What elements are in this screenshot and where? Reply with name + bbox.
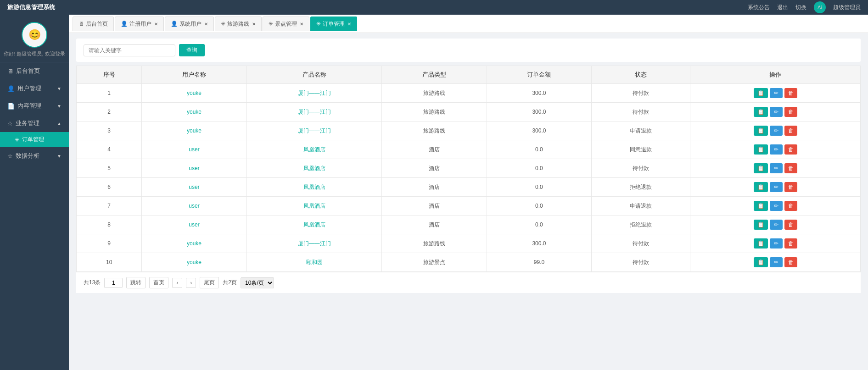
cell-type: 酒店 (382, 215, 487, 234)
dashboard-icon: 🖥 (7, 68, 13, 75)
sidebar-item-user-mgmt[interactable]: 👤 用户管理 ▼ (0, 80, 69, 97)
table-row: 5 user 凤凰酒店 酒店 0.0 待付款 📋 ✏ 🗑 (77, 159, 861, 178)
sidebar-item-biz-mgmt[interactable]: ☆ 业务管理 ▲ (0, 115, 69, 132)
edit-button[interactable]: ✏ (770, 88, 783, 98)
delete-button[interactable]: 🗑 (784, 107, 797, 117)
cell-amount: 0.0 (487, 197, 591, 215)
search-input[interactable] (84, 44, 175, 56)
cell-product[interactable]: 厦门——江门 (246, 121, 382, 140)
table-row: 6 user 凤凰酒店 酒店 0.0 拒绝退款 📋 ✏ 🗑 (77, 178, 861, 197)
biz-mgmt-arrow: ▲ (57, 121, 62, 126)
notice-link[interactable]: 系统公告 (748, 4, 770, 11)
cell-product[interactable]: 厦门——江门 (246, 84, 382, 103)
cell-product[interactable]: 厦门——江门 (246, 103, 382, 121)
cell-product[interactable]: 厦门——江门 (246, 234, 382, 253)
tab-sys-user[interactable]: 👤 系统用户 ✕ (165, 17, 214, 31)
last-page-button[interactable]: 尾页 (200, 277, 219, 288)
cell-id: 9 (77, 234, 142, 253)
edit-button[interactable]: ✏ (770, 182, 783, 192)
detail-button[interactable]: 📋 (754, 201, 768, 211)
tab-scenic-spot-close[interactable]: ✕ (300, 22, 303, 27)
tab-register-user-label: 注册用户 (129, 20, 151, 28)
sidebar-item-order-mgmt[interactable]: ✳ 订单管理 (0, 132, 69, 147)
sidebar-item-content-mgmt[interactable]: 📄 内容管理 ▼ (0, 97, 69, 115)
biz-mgmt-label: 业务管理 (16, 119, 39, 127)
delete-button[interactable]: 🗑 (784, 238, 797, 249)
cell-username: user (142, 159, 246, 178)
delete-button[interactable]: 🗑 (784, 201, 797, 211)
cell-product[interactable]: 颐和园 (246, 253, 382, 272)
page-number-input[interactable] (104, 278, 123, 288)
delete-button[interactable]: 🗑 (784, 257, 797, 267)
detail-button[interactable]: 📋 (754, 182, 768, 192)
sidebar-item-dashboard[interactable]: 🖥 后台首页 (0, 62, 69, 80)
orders-table: 序号 用户名称 产品名称 产品类型 订单金额 状态 操作 1 youke 厦门—… (76, 66, 861, 272)
edit-button[interactable]: ✏ (770, 220, 783, 230)
cell-product[interactable]: 凤凰酒店 (246, 178, 382, 197)
detail-button[interactable]: 📋 (754, 144, 768, 155)
table-row: 9 youke 厦门——江门 旅游路线 300.0 待付款 📋 ✏ 🗑 (77, 234, 861, 253)
detail-button[interactable]: 📋 (754, 107, 768, 117)
first-page-button[interactable]: 首页 (149, 277, 168, 288)
tab-travel-route-close[interactable]: ✕ (252, 22, 256, 27)
table-body: 1 youke 厦门——江门 旅游路线 300.0 待付款 📋 ✏ 🗑 2 yo… (77, 84, 861, 272)
avatar[interactable]: Ai (814, 1, 826, 13)
tab-order-mgmt[interactable]: ✳ 订单管理 ✕ (310, 17, 357, 31)
edit-button[interactable]: ✏ (770, 163, 783, 173)
tab-register-user-close[interactable]: ✕ (154, 22, 158, 27)
detail-button[interactable]: 📋 (754, 257, 768, 267)
col-action: 操作 (690, 66, 861, 84)
cell-product[interactable]: 凤凰酒店 (246, 197, 382, 215)
cell-product[interactable]: 凤凰酒店 (246, 140, 382, 159)
tab-home-icon: 🖥 (78, 21, 84, 27)
tab-register-user[interactable]: 👤 注册用户 ✕ (115, 17, 164, 31)
sidebar-item-data-analysis[interactable]: ☆ 数据分析 ▼ (0, 147, 69, 165)
detail-button[interactable]: 📋 (754, 238, 768, 249)
data-analysis-icon: ☆ (7, 153, 13, 160)
table-row: 7 user 凤凰酒店 酒店 0.0 申请退款 📋 ✏ 🗑 (77, 197, 861, 215)
content-mgmt-icon: 📄 (7, 103, 15, 110)
delete-button[interactable]: 🗑 (784, 220, 797, 230)
next-page-button[interactable]: › (186, 278, 196, 288)
delete-button[interactable]: 🗑 (784, 182, 797, 192)
logout-link[interactable]: 退出 (777, 4, 788, 11)
delete-button[interactable]: 🗑 (784, 144, 797, 155)
biz-mgmt-icon: ☆ (7, 120, 13, 127)
cell-id: 7 (77, 197, 142, 215)
cell-status: 待付款 (592, 253, 690, 272)
edit-button[interactable]: ✏ (770, 126, 783, 136)
tab-order-mgmt-close[interactable]: ✕ (347, 22, 351, 27)
cell-actions: 📋 ✏ 🗑 (690, 197, 861, 215)
cell-product[interactable]: 凤凰酒店 (246, 159, 382, 178)
edit-button[interactable]: ✏ (770, 144, 783, 155)
cell-amount: 0.0 (487, 178, 591, 197)
edit-button[interactable]: ✏ (770, 201, 783, 211)
layout: 😊 你好! 超级管理员, 欢迎登录 🖥 后台首页 👤 用户管理 ▼ 📄 (0, 15, 868, 370)
tab-home[interactable]: 🖥 后台首页 (73, 17, 114, 31)
delete-button[interactable]: 🗑 (784, 163, 797, 173)
cell-status: 待付款 (592, 159, 690, 178)
switch-link[interactable]: 切换 (795, 4, 806, 11)
search-button[interactable]: 查询 (179, 44, 205, 56)
tab-scenic-spot[interactable]: ✳ 景点管理 ✕ (263, 17, 309, 31)
detail-button[interactable]: 📋 (754, 163, 768, 173)
tab-travel-route[interactable]: ✳ 旅游路线 ✕ (215, 17, 262, 31)
jump-button[interactable]: 跳转 (126, 277, 146, 288)
delete-button[interactable]: 🗑 (784, 88, 797, 98)
cell-product[interactable]: 凤凰酒店 (246, 215, 382, 234)
detail-button[interactable]: 📋 (754, 220, 768, 230)
detail-button[interactable]: 📋 (754, 88, 768, 98)
avatar-image: 😊 (23, 23, 46, 46)
search-bar: 查询 (76, 39, 861, 62)
page-size-select[interactable]: 10条/页 20条/页 50条/页 (241, 277, 274, 288)
cell-type: 旅游路线 (382, 234, 487, 253)
edit-button[interactable]: ✏ (770, 238, 783, 249)
delete-button[interactable]: 🗑 (784, 126, 797, 136)
cell-status: 申请退款 (592, 197, 690, 215)
cell-type: 旅游路线 (382, 121, 487, 140)
edit-button[interactable]: ✏ (770, 257, 783, 267)
edit-button[interactable]: ✏ (770, 107, 783, 117)
prev-page-button[interactable]: ‹ (172, 278, 182, 288)
tab-sys-user-close[interactable]: ✕ (204, 22, 208, 27)
detail-button[interactable]: 📋 (754, 126, 768, 136)
